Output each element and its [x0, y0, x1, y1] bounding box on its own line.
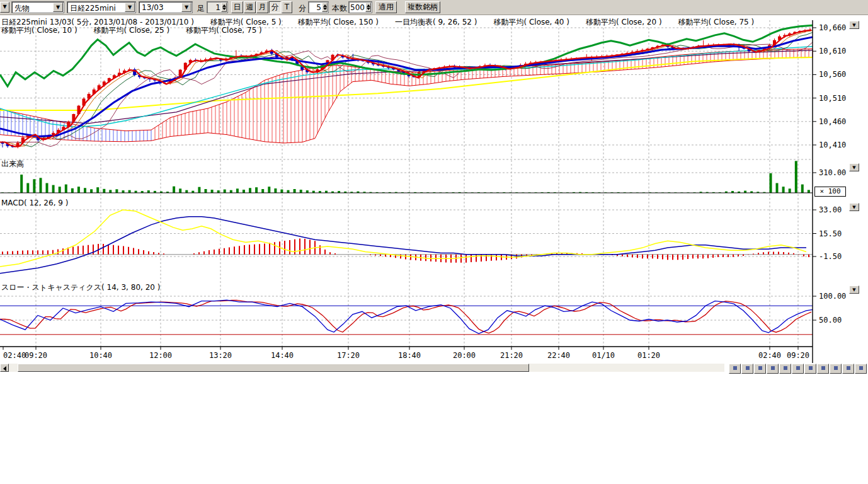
mini-toolbar-button[interactable]: [754, 364, 766, 374]
x-axis-label: 01:20: [637, 351, 660, 360]
macd-panel: [0, 210, 813, 274]
x-axis-label: 01/10: [592, 351, 615, 360]
legend-item: 移動平均( Close, 20 ): [586, 17, 662, 28]
legend-item: 移動平均( Close, 10 ): [1, 25, 77, 36]
mini-toolbar-button[interactable]: [779, 364, 791, 374]
y-axis-label: 33.00: [819, 205, 842, 214]
y-axis-label: 10,460: [819, 117, 846, 126]
mini-toolbar-button[interactable]: [855, 364, 867, 374]
legend-item: 移動平均( Close, 150 ): [298, 17, 379, 28]
mini-toolbar-button[interactable]: [804, 364, 816, 374]
volume-panel-label: 出来高: [1, 159, 24, 170]
stoch-panel-menu-button[interactable]: ▼: [849, 285, 859, 294]
mini-toolbar-button[interactable]: [741, 364, 753, 374]
legend-item: 一目均衡表( 9, 26, 52 ): [395, 17, 477, 28]
legend-item: 移動平均( Close, 40 ): [493, 17, 569, 28]
volume-panel-menu-button[interactable]: ▼: [849, 163, 859, 171]
mini-toolbar-button[interactable]: [817, 364, 829, 374]
x-axis-label: 02:40: [3, 351, 26, 360]
mini-toolbar-button[interactable]: [767, 364, 779, 374]
legend-item: 移動平均( Close, 25 ): [94, 25, 170, 36]
y-axis-label: 10,510: [819, 94, 846, 103]
y-axis-label: 50.00: [819, 316, 842, 325]
x-axis-label: 21:20: [500, 351, 523, 360]
stoch-panel-label: スロー・ストキャスティクス( 14, 3, 80, 20 ): [1, 282, 160, 293]
x-axis-label: 10:40: [89, 351, 112, 360]
chart-canvas[interactable]: 10,66010,61010,56010,51010,46010,410310.…: [0, 0, 868, 373]
mini-toolbar-button[interactable]: [792, 364, 804, 374]
y-axis-label: 10,610: [819, 47, 846, 55]
price-panel-menu-button[interactable]: ▼: [849, 21, 859, 29]
mini-toolbar-button[interactable]: [729, 364, 741, 374]
y-axis-label: 310.00: [819, 168, 846, 177]
primary-ma-lines: [0, 25, 813, 146]
mini-toolbar-button[interactable]: [830, 364, 842, 374]
legend-item: 移動平均( Close, 75 ): [186, 25, 262, 36]
macd-panel-menu-button[interactable]: ▼: [849, 203, 859, 211]
volume-bars: [0, 161, 813, 193]
stochastics-panel: [0, 300, 813, 335]
macd-panel-label: MACD( 12, 26, 9 ): [1, 199, 68, 207]
y-axis-label: 10,660: [819, 23, 846, 32]
x-axis-label: 12:00: [149, 351, 172, 360]
x-axis-label: 09:20: [25, 351, 47, 360]
x-axis-label: 02:40: [758, 351, 781, 360]
volume-multiplier-box: × 100: [814, 187, 846, 197]
y-axis-label: 10,410: [819, 141, 846, 149]
x-axis-label: 09:20: [787, 351, 809, 360]
x-axis-label: 20:00: [453, 351, 476, 360]
x-axis-label: 22:40: [547, 351, 570, 360]
x-axis-label: 18:40: [398, 351, 421, 360]
mini-toolbar-button[interactable]: [842, 364, 854, 374]
y-axis-label: 15.50: [819, 229, 842, 238]
x-axis-label: 13:20: [209, 351, 232, 360]
x-axis-label: 17:20: [337, 351, 360, 360]
y-axis-label: -1.50: [819, 252, 842, 261]
y-axis-label: 100.00: [819, 292, 846, 301]
y-axis-label: 10,560: [819, 70, 846, 79]
legend-row-2: 移動平均( Close, 10 )移動平均( Close, 25 )移動平均( …: [1, 25, 262, 36]
x-axis-label: 14:40: [271, 351, 294, 360]
app-window: ▼ 先物 ▼ 日経225mini ▼ 13/03 ▼ 足 1 分 5 本数 50…: [0, 0, 868, 484]
legend-item: 移動平均( Close, 75 ): [678, 17, 755, 28]
ichimoku-cloud: [0, 49, 813, 143]
